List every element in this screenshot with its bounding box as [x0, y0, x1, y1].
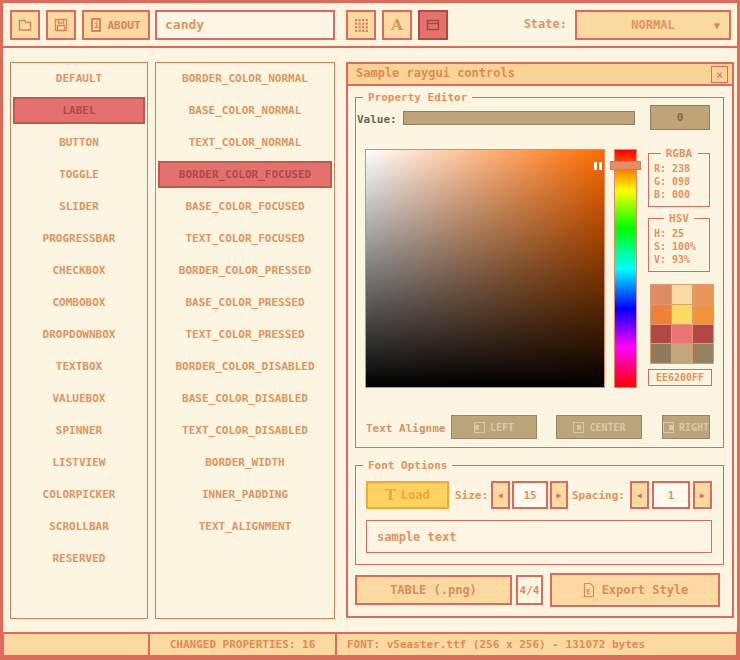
palette-swatch[interactable]	[651, 325, 671, 344]
alignment-toggle-button[interactable]: CENTER	[556, 415, 642, 439]
control-list-item[interactable]: DEFAULT	[13, 65, 145, 92]
property-list-item[interactable]: BORDER_WIDTH	[158, 449, 332, 476]
palette-swatch[interactable]	[672, 285, 692, 304]
hue-slider[interactable]	[614, 149, 637, 388]
property-list-item[interactable]: BASE_COLOR_NORMAL	[158, 97, 332, 124]
property-list-item[interactable]: INNER_PADDING	[158, 481, 332, 508]
open-file-button[interactable]	[10, 10, 40, 40]
size-decrement-button[interactable]: ◀	[491, 481, 510, 509]
save-file-button[interactable]	[46, 10, 76, 40]
size-increment-button[interactable]: ▶	[550, 481, 568, 509]
control-list-item[interactable]: VALUEBOX	[13, 385, 145, 412]
control-list-item[interactable]: DROPDOWNBOX	[13, 321, 145, 348]
property-list-item[interactable]: TEXT_COLOR_DISABLED	[158, 417, 332, 444]
hue-slider-handle[interactable]	[610, 161, 641, 170]
value-label: Value:	[357, 113, 397, 126]
window-titlebar[interactable]: Sample raygui controls	[346, 62, 734, 86]
arrow-right-icon: ▶	[557, 491, 562, 500]
spacing-value-box[interactable]: 1	[652, 481, 690, 509]
arrow-left-icon: ◀	[637, 491, 642, 500]
text-t-icon: T	[385, 487, 395, 503]
alignment-toggle-button[interactable]: LEFT	[451, 415, 537, 439]
control-list-item[interactable]: TEXTBOX	[13, 353, 145, 380]
alignment-icon	[663, 422, 674, 433]
palette-swatch[interactable]	[672, 344, 692, 363]
size-label: Size:	[455, 489, 488, 502]
control-list-item[interactable]: LABEL	[13, 97, 145, 124]
export-style-button[interactable]: E Export Style	[550, 573, 720, 607]
spacing-increment-button[interactable]: ▶	[693, 481, 712, 509]
property-list-item[interactable]: BORDER_COLOR_FOCUSED	[158, 161, 332, 188]
control-list-item[interactable]: TOGGLE	[13, 161, 145, 188]
style-color-palette	[650, 284, 714, 364]
control-list-item[interactable]: PROGRESSBAR	[13, 225, 145, 252]
property-list-item[interactable]: BASE_COLOR_FOCUSED	[158, 193, 332, 220]
palette-swatch[interactable]	[693, 305, 713, 324]
control-list-item[interactable]: RESERVED	[13, 545, 145, 572]
value-box[interactable]: 0	[650, 105, 710, 130]
hex-color-box[interactable]: EE6200FF	[648, 369, 712, 386]
property-list-item[interactable]: TEXT_COLOR_PRESSED	[158, 321, 332, 348]
control-list-item[interactable]: LISTVIEW	[13, 449, 145, 476]
control-list-item[interactable]: SLIDER	[13, 193, 145, 220]
alignment-icon	[573, 422, 584, 433]
control-list-item[interactable]: COMBOBOX	[13, 289, 145, 316]
palette-swatch[interactable]	[672, 325, 692, 344]
sample-text-box[interactable]: sample text	[366, 520, 712, 553]
style-name-input[interactable]: candy	[155, 10, 335, 40]
property-list-item[interactable]: TEXT_ALIGNMENT	[158, 513, 332, 540]
palette-swatch[interactable]	[693, 344, 713, 363]
palette-swatch[interactable]	[651, 285, 671, 304]
info-icon: i	[91, 18, 101, 32]
hsv-group: HSV H: 25 S: 100% V: 93%	[648, 218, 710, 272]
palette-swatch[interactable]	[693, 325, 713, 344]
hsv-group-label: HSV	[664, 212, 694, 225]
property-list-item[interactable]: TEXT_COLOR_FOCUSED	[158, 225, 332, 252]
statusbar-font-info: FONT: v5easter.ttf (256 x 256) - 131072 …	[335, 632, 738, 657]
control-list-item[interactable]: COLORPICKER	[13, 481, 145, 508]
state-dropdown[interactable]: NORMAL ▼	[575, 10, 731, 40]
window-mode-button[interactable]	[418, 10, 448, 40]
page-indicator: 4/4	[516, 575, 543, 605]
arrow-left-icon: ◀	[498, 491, 503, 500]
control-list-item[interactable]: SPINNER	[13, 417, 145, 444]
value-slider[interactable]	[403, 111, 635, 125]
property-list-item[interactable]: BORDER_COLOR_DISABLED	[158, 353, 332, 380]
rgba-blue-value: B: 000	[654, 188, 709, 201]
alignment-icon	[474, 422, 485, 433]
property-list-item[interactable]: BASE_COLOR_PRESSED	[158, 289, 332, 316]
grid-mode-button[interactable]	[346, 10, 376, 40]
close-icon[interactable]: ×	[711, 66, 728, 83]
property-list-item[interactable]: BASE_COLOR_DISABLED	[158, 385, 332, 412]
rgba-green-value: G: 098	[654, 175, 709, 188]
control-list-item[interactable]: SCROLLBAR	[13, 513, 145, 540]
property-list-item[interactable]: BORDER_COLOR_PRESSED	[158, 257, 332, 284]
property-list-item[interactable]: BORDER_COLOR_NORMAL	[158, 65, 332, 92]
alignment-toggle-button[interactable]: RIGHT	[662, 415, 710, 439]
color-picker-panel[interactable]	[365, 149, 605, 388]
statusbar-changed-properties: CHANGED PROPERTIES: 16	[148, 632, 337, 657]
table-export-button[interactable]: TABLE (.png)	[355, 575, 512, 605]
size-value-box[interactable]: 15	[512, 481, 548, 509]
property-list-item[interactable]: TEXT_COLOR_NORMAL	[158, 129, 332, 156]
state-dropdown-value: NORMAL	[631, 18, 674, 32]
grid-icon	[353, 17, 369, 33]
palette-swatch[interactable]	[651, 344, 671, 363]
property-editor-group-label: Property Editor	[363, 91, 472, 104]
control-list-item[interactable]: CHECKBOX	[13, 257, 145, 284]
load-font-button[interactable]: T Load	[366, 481, 449, 509]
alignment-button-label: RIGHT	[679, 422, 709, 433]
spacing-decrement-button[interactable]: ◀	[630, 481, 649, 509]
palette-swatch[interactable]	[672, 305, 692, 324]
about-button[interactable]: i ABOUT	[82, 10, 150, 40]
rgba-group: RGBA R: 238 G: 098 B: 000	[648, 153, 710, 207]
letter-a-icon: A	[391, 18, 403, 33]
palette-swatch[interactable]	[651, 305, 671, 324]
palette-swatch[interactable]	[693, 285, 713, 304]
font-mode-button[interactable]: A	[382, 10, 412, 40]
text-alignment-label: Text Alignme	[366, 422, 445, 435]
control-list-item[interactable]: BUTTON	[13, 129, 145, 156]
spacing-label: Spacing:	[572, 489, 625, 502]
font-options-group-label: Font Options	[363, 459, 452, 472]
load-font-button-label: Load	[401, 488, 430, 502]
